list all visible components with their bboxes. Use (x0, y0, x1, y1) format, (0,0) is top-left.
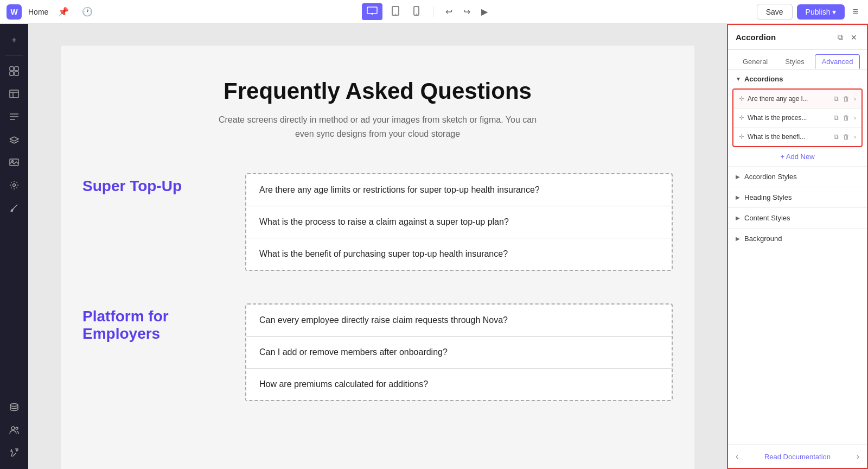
accordion-item-1-2[interactable]: How are premiums calculated for addition… (246, 369, 672, 400)
accordions-section-header[interactable]: ▼ Accordions (728, 69, 867, 88)
sidebar-icon-grid[interactable] (4, 61, 24, 81)
content-styles-header[interactable]: ▶ Content Styles (728, 208, 867, 228)
menu-button[interactable]: ≡ (849, 4, 861, 20)
svg-point-19 (13, 184, 16, 187)
accordion-styles-label: Accordion Styles (744, 173, 797, 181)
panel-title: Accordion (736, 33, 776, 42)
add-new-button[interactable]: + Add New (728, 147, 867, 166)
accordion-item-1-0[interactable]: Can every employee directly raise claim … (246, 305, 672, 337)
section-title-0: Super Top-Up (82, 173, 224, 271)
drag-handle-2[interactable]: ✛ (739, 133, 744, 141)
heading-styles-label: Heading Styles (744, 193, 792, 201)
content-styles-arrow: ▶ (736, 215, 740, 221)
tab-general[interactable]: General (736, 54, 775, 69)
panel-close-icon[interactable]: ✕ (848, 32, 859, 43)
sidebar-icon-nav[interactable] (4, 107, 24, 126)
collapsible-content-styles: ▶ Content Styles (728, 207, 867, 228)
svg-rect-8 (15, 67, 18, 71)
pin-icon[interactable]: 📌 (55, 4, 72, 19)
entry-delete-1[interactable]: 🗑 (842, 113, 851, 123)
sidebar-icon-layers[interactable] (4, 130, 24, 149)
sidebar-icon-users[interactable] (4, 420, 24, 440)
drag-handle-0[interactable]: ✛ (739, 95, 744, 103)
prev-nav-btn[interactable]: ‹ (736, 452, 738, 461)
svg-rect-11 (10, 90, 18, 98)
desktop-view-btn[interactable] (362, 3, 382, 20)
play-btn[interactable]: ▶ (478, 4, 491, 19)
svg-point-21 (10, 404, 18, 407)
background-arrow: ▶ (736, 236, 740, 242)
heading-styles-arrow: ▶ (736, 194, 740, 200)
heading-styles-header[interactable]: ▶ Heading Styles (728, 187, 867, 207)
publish-button[interactable]: Publish ▾ (797, 4, 845, 20)
entry-delete-2[interactable]: 🗑 (842, 132, 851, 142)
entry-chevron-0: › (854, 96, 856, 102)
svg-point-23 (16, 427, 18, 429)
entry-actions-0: ⧉ 🗑 (833, 94, 851, 104)
left-sidebar: + (0, 24, 28, 469)
page-content: Frequently Asked Questions Create screen… (61, 46, 694, 469)
svg-rect-7 (10, 67, 14, 71)
accordion-entry-1[interactable]: ✛ What is the proces... ⧉ 🗑 › (733, 109, 861, 128)
next-nav-btn[interactable]: › (857, 452, 859, 461)
sidebar-icon-tools[interactable] (4, 443, 24, 462)
accordion-item-0-1[interactable]: What is the process to raise a claim aga… (246, 206, 672, 238)
page-subtitle: Create screens directly in method or ad … (215, 113, 540, 141)
sidebar-icon-database[interactable] (4, 397, 24, 417)
history-icon[interactable]: 🕐 (79, 4, 96, 19)
read-doc-button[interactable]: Read Documentation (764, 453, 831, 461)
sidebar-icon-settings[interactable] (4, 175, 24, 195)
tablet-view-btn[interactable] (387, 3, 404, 21)
tab-styles[interactable]: Styles (778, 54, 811, 69)
entry-delete-0[interactable]: 🗑 (842, 94, 851, 104)
sidebar-icon-image[interactable] (4, 153, 24, 172)
collapsible-accordion-styles: ▶ Accordion Styles (728, 166, 867, 187)
faq-section-0: Super Top-Up Are there any age limits or… (82, 173, 673, 271)
section-title-1: Platform for Employers (82, 303, 224, 401)
panel-footer: ‹ Read Documentation › (728, 445, 867, 468)
app-logo: W (7, 4, 22, 20)
entry-chevron-1: › (854, 115, 856, 121)
svg-rect-9 (10, 72, 14, 75)
entry-copy-1[interactable]: ⧉ (833, 113, 840, 123)
right-panel: Accordion ⧉ ✕ General Styles Advanced ▼ … (727, 24, 868, 469)
save-button[interactable]: Save (757, 4, 793, 20)
mobile-view-btn[interactable] (409, 3, 424, 21)
svg-rect-10 (15, 72, 18, 75)
sidebar-icon-layout[interactable] (4, 84, 24, 104)
entry-label-0: Are there any age l... (748, 95, 829, 103)
entry-copy-0[interactable]: ⧉ (833, 94, 840, 104)
background-label: Background (744, 234, 782, 243)
entry-actions-2: ⧉ 🗑 (833, 132, 851, 142)
faq-section-1: Platform for Employers Can every employe… (82, 303, 673, 401)
svg-rect-0 (367, 7, 377, 14)
accordion-styles-header[interactable]: ▶ Accordion Styles (728, 167, 867, 187)
entry-label-1: What is the proces... (748, 114, 829, 122)
tab-advanced[interactable]: Advanced (815, 54, 860, 69)
sidebar-icon-add[interactable]: + (4, 30, 24, 50)
background-header[interactable]: ▶ Background (728, 229, 867, 249)
collapsible-background: ▶ Background (728, 228, 867, 249)
sidebar-icon-brush[interactable] (4, 198, 24, 218)
panel-body: ▼ Accordions ✛ Are there any age l... ⧉ … (728, 69, 867, 445)
entry-label-2: What is the benefi... (748, 133, 829, 141)
content-styles-label: Content Styles (744, 214, 790, 222)
accordion-entry-2[interactable]: ✛ What is the benefi... ⧉ 🗑 › (733, 128, 861, 146)
svg-line-24 (12, 453, 16, 457)
accordion-item-0-0[interactable]: Are there any age limits or restrictions… (246, 174, 672, 206)
entry-copy-2[interactable]: ⧉ (833, 132, 840, 142)
view-switcher: ↩ ↪ ▶ (103, 3, 750, 21)
undo-btn[interactable]: ↩ (442, 4, 456, 19)
accordion-item-1-1[interactable]: Can I add or remove members after onboar… (246, 337, 672, 369)
redo-btn[interactable]: ↪ (460, 4, 474, 19)
main-layout: + Fr (0, 24, 868, 469)
accordion-item-0-2[interactable]: What is the benefit of purchasing super … (246, 238, 672, 270)
home-label: Home (28, 8, 48, 16)
accordions-arrow-icon: ▼ (736, 76, 741, 82)
accordion-entry-0[interactable]: ✛ Are there any age l... ⧉ 🗑 › (733, 90, 861, 109)
svg-point-22 (11, 427, 15, 430)
page-title: Frequently Asked Questions (82, 78, 673, 104)
panel-copy-icon[interactable]: ⧉ (835, 31, 845, 43)
drag-handle-1[interactable]: ✛ (739, 114, 744, 122)
panel-header-icons: ⧉ ✕ (835, 31, 859, 43)
